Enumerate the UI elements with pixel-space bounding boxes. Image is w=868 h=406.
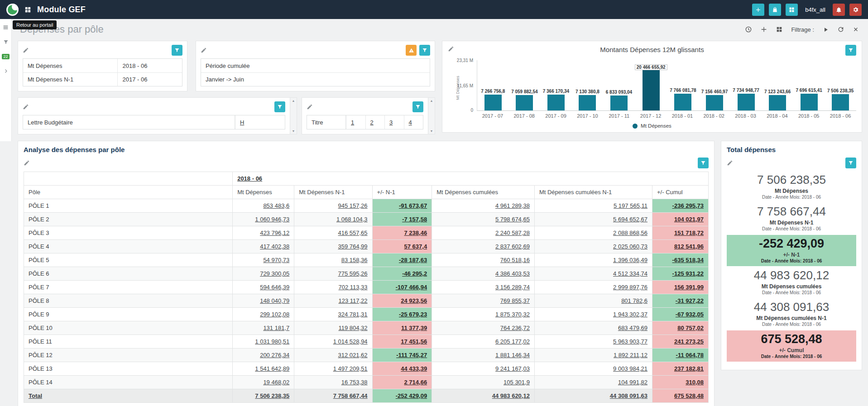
- cell-value[interactable]: 675 528,48: [652, 389, 708, 403]
- cell-value[interactable]: 1 497 209,51: [294, 362, 372, 376]
- cell-value[interactable]: 24 923,56: [372, 294, 432, 308]
- cell-value[interactable]: 1 943 302,37: [534, 308, 652, 321]
- bar[interactable]: [706, 95, 723, 110]
- titre-value[interactable]: 4: [404, 115, 423, 129]
- cell-value[interactable]: -11 064,78: [652, 349, 708, 362]
- row-label[interactable]: PÔLE 13: [24, 362, 233, 376]
- edit-icon[interactable]: [23, 104, 29, 110]
- cell-value[interactable]: 200 276,34: [233, 349, 294, 362]
- bar-slot[interactable]: 6 833 093,04: [603, 60, 635, 110]
- edit-icon[interactable]: [24, 160, 30, 166]
- row-label[interactable]: PÔLE 4: [24, 240, 233, 253]
- cell-value[interactable]: 7 238,46: [372, 226, 432, 240]
- cell-value[interactable]: -236 295,73: [652, 199, 708, 213]
- bar-slot[interactable]: 7 506 238,35: [825, 60, 856, 110]
- row-label[interactable]: PÔLE 3: [24, 226, 233, 240]
- cell-value[interactable]: 5 694 652,67: [534, 213, 652, 226]
- row-label[interactable]: PÔLE 9: [24, 308, 233, 321]
- cell-value[interactable]: 1 396 036,49: [534, 253, 652, 267]
- warning-button[interactable]: [406, 45, 417, 56]
- cell-value[interactable]: -635 518,34: [652, 253, 708, 267]
- row-label[interactable]: PÔLE 8: [24, 294, 233, 308]
- cell-value[interactable]: 104 991,82: [534, 376, 652, 389]
- selection-value[interactable]: 2017 - 06: [118, 73, 182, 86]
- bar-slot[interactable]: 7 734 948,77: [730, 60, 762, 110]
- cell-value[interactable]: 310,08: [652, 376, 708, 389]
- scrollbar[interactable]: ▲ ▼: [428, 98, 435, 134]
- cell-value[interactable]: 945 157,26: [294, 199, 372, 213]
- cell-value[interactable]: 769 855,37: [432, 294, 535, 308]
- cell-value[interactable]: -252 429,09: [372, 389, 432, 403]
- cell-value[interactable]: 801 782,6: [534, 294, 652, 308]
- cell-value[interactable]: 9 003 984,21: [534, 362, 652, 376]
- cell-value[interactable]: 4 961 289,38: [432, 199, 535, 213]
- cell-value[interactable]: 131 181,7: [233, 321, 294, 335]
- bar-slot[interactable]: 7 266 756,8: [477, 60, 509, 110]
- cell-value[interactable]: 423 796,12: [233, 226, 294, 240]
- play-icon[interactable]: [822, 26, 829, 33]
- cell-value[interactable]: 57 637,4: [372, 240, 432, 253]
- cell-value[interactable]: 1 892 211,12: [534, 349, 652, 362]
- titre-value[interactable]: 1: [346, 115, 365, 129]
- cell-value[interactable]: -111 745,27: [372, 349, 432, 362]
- cell-value[interactable]: 760 518,16: [432, 253, 535, 267]
- cell-value[interactable]: -46 295,2: [372, 267, 432, 281]
- cell-value[interactable]: 44 433,39: [372, 362, 432, 376]
- bar-slot[interactable]: 7 130 380,8: [572, 60, 604, 110]
- cell-value[interactable]: 775 595,26: [294, 267, 372, 281]
- filter-button[interactable]: [172, 45, 182, 56]
- menu-icon[interactable]: [3, 24, 9, 30]
- bar[interactable]: [832, 94, 849, 110]
- cell-value[interactable]: 105 301,9: [432, 376, 535, 389]
- cell-value[interactable]: 812 541,96: [652, 240, 708, 253]
- cell-value[interactable]: 2 999 897,76: [534, 281, 652, 294]
- cell-value[interactable]: 44 308 091,63: [534, 389, 652, 403]
- filter-button[interactable]: [412, 101, 423, 112]
- edit-icon[interactable]: [307, 104, 313, 110]
- chevron-right-icon[interactable]: [3, 68, 9, 74]
- cell-value[interactable]: 17 451,56: [372, 335, 432, 349]
- filter-button[interactable]: [698, 158, 709, 168]
- cell-value[interactable]: 7 758 667,44: [294, 389, 372, 403]
- cell-value[interactable]: 151 718,72: [652, 226, 708, 240]
- cell-value[interactable]: 1 068 104,3: [294, 213, 372, 226]
- cell-value[interactable]: 123 117,22: [294, 294, 372, 308]
- apps-grid-icon[interactable]: [24, 6, 32, 14]
- cell-value[interactable]: 594 646,39: [233, 281, 294, 294]
- cell-value[interactable]: 2 240 587,28: [432, 226, 535, 240]
- cell-value[interactable]: 156 391,99: [652, 281, 708, 294]
- cell-value[interactable]: -28 187,63: [372, 253, 432, 267]
- row-label[interactable]: Total: [24, 389, 233, 403]
- cell-value[interactable]: 16 753,38: [294, 376, 372, 389]
- cell-value[interactable]: 1 541 642,89: [233, 362, 294, 376]
- bar-slot[interactable]: 7 366 170,34: [540, 60, 572, 110]
- plus-icon[interactable]: [760, 26, 767, 33]
- cell-value[interactable]: 80 757,02: [652, 321, 708, 335]
- cell-value[interactable]: 1 875 370,32: [432, 308, 535, 321]
- notifications-button[interactable]: [833, 4, 845, 16]
- cell-value[interactable]: 6 205 177,02: [432, 335, 535, 349]
- cell-value[interactable]: 11 377,39: [372, 321, 432, 335]
- bar[interactable]: [516, 95, 533, 110]
- titre-value[interactable]: 2: [365, 115, 385, 129]
- scroll-down-icon[interactable]: ▼: [430, 129, 433, 133]
- cell-value[interactable]: 119 804,32: [294, 321, 372, 335]
- cell-value[interactable]: 359 764,99: [294, 240, 372, 253]
- filter-button[interactable]: [274, 101, 285, 112]
- cell-value[interactable]: -25 679,23: [372, 308, 432, 321]
- periode-value[interactable]: Janvier -> Juin: [201, 73, 430, 86]
- bar[interactable]: [484, 95, 502, 110]
- scroll-down-icon[interactable]: ▼: [292, 129, 295, 133]
- bar[interactable]: [738, 94, 755, 110]
- filter-button[interactable]: [845, 45, 856, 56]
- cell-value[interactable]: 1 060 946,73: [233, 213, 294, 226]
- cell-value[interactable]: -107 466,94: [372, 281, 432, 294]
- selection-value[interactable]: 2018 - 06: [118, 59, 182, 72]
- bar[interactable]: [674, 94, 691, 110]
- edit-icon[interactable]: [727, 160, 733, 166]
- scrollbar[interactable]: ▲ ▼: [290, 98, 297, 134]
- clock-icon[interactable]: [745, 26, 752, 33]
- cell-value[interactable]: 2 088 868,56: [534, 226, 652, 240]
- basket-button[interactable]: [769, 4, 781, 16]
- cell-value[interactable]: 4 512 334,74: [534, 267, 652, 281]
